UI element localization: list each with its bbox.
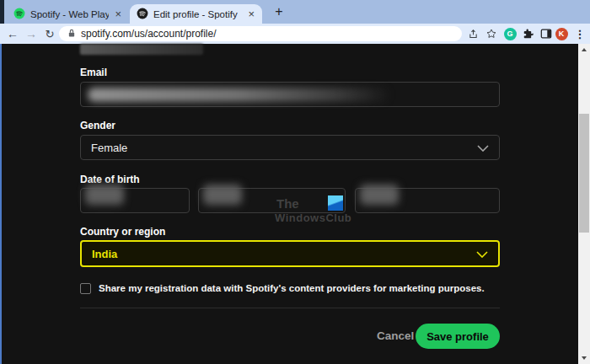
window-left-edge (0, 44, 2, 364)
extensions-puzzle-icon[interactable] (520, 24, 537, 44)
url-text[interactable]: spotify.com/us/account/profile/ (81, 28, 217, 40)
tab-title: Edit profile - Spotify (153, 9, 242, 19)
gender-dropdown[interactable]: Female (80, 135, 500, 160)
dob-year-field[interactable] (355, 188, 500, 213)
spotify-favicon-dark-icon (137, 8, 148, 21)
cancel-button[interactable]: Cancel (372, 329, 419, 343)
tab-title: Spotify - Web Player: Music for e (30, 9, 109, 19)
address-bar[interactable]: spotify.com/us/account/profile/ (59, 26, 462, 41)
forward-icon[interactable]: → (24, 24, 39, 44)
gender-label: Gender (80, 120, 115, 131)
grammarly-letter: G (504, 28, 517, 40)
tab-edit-profile[interactable]: Edit profile - Spotify × (130, 4, 262, 24)
redacted-dob-value (360, 185, 399, 205)
reload-icon[interactable]: ↻ (42, 24, 57, 44)
browser-toolbar: ← → ↻ spotify.com/us/account/profile/ G … (0, 24, 590, 44)
watermark-text: WindowsClub (275, 211, 351, 224)
redacted-dob-value (203, 185, 242, 205)
browser-window: Spotify - Web Player: Music for e × Edit… (0, 0, 590, 364)
page-scrollbar[interactable] (578, 44, 590, 364)
window-corner (0, 0, 4, 24)
tab-strip: Spotify - Web Player: Music for e × Edit… (0, 0, 590, 24)
side-panel-icon[interactable] (538, 24, 555, 44)
dob-label: Date of birth (80, 174, 140, 185)
menu-dots-icon[interactable]: ⋮ (571, 24, 588, 44)
edit-profile-page: Email Gender Female Date of birth The Wi… (0, 44, 590, 364)
redacted-email-value (88, 88, 391, 102)
share-icon[interactable] (464, 24, 481, 44)
marketing-consent-checkbox[interactable] (80, 283, 91, 294)
country-dropdown[interactable]: India (80, 240, 500, 267)
save-profile-button[interactable]: Save profile (416, 324, 500, 349)
scrollbar-thumb[interactable] (579, 114, 589, 233)
chevron-down-icon (477, 140, 489, 155)
back-icon[interactable]: ← (5, 24, 20, 44)
grammarly-extension-icon[interactable]: G (502, 24, 518, 44)
dob-day-field[interactable] (80, 188, 190, 213)
profile-avatar[interactable]: K (553, 24, 570, 44)
country-selected-value: India (92, 248, 117, 260)
redacted-username-text (80, 44, 203, 55)
lock-icon (67, 26, 76, 41)
chevron-down-icon (476, 246, 488, 261)
new-tab-icon[interactable]: + (270, 3, 288, 21)
dob-month-field[interactable] (198, 188, 346, 213)
redacted-dob-value (85, 185, 124, 205)
email-field[interactable] (80, 82, 500, 107)
scroll-down-icon[interactable] (582, 356, 587, 360)
gender-selected-value: Female (91, 142, 127, 154)
marketing-consent-row: Share my registration data with Spotify'… (80, 283, 485, 294)
marketing-consent-label: Share my registration data with Spotify'… (99, 283, 485, 293)
close-icon[interactable]: × (114, 8, 122, 19)
windowsclub-logo-icon (328, 195, 343, 211)
email-label: Email (80, 67, 107, 78)
tab-spotify-web-player[interactable]: Spotify - Web Player: Music for e × (7, 4, 129, 24)
form-divider (80, 308, 500, 308)
close-icon[interactable]: × (247, 8, 255, 19)
bookmark-star-icon[interactable] (483, 24, 500, 44)
scroll-up-icon[interactable] (582, 48, 587, 51)
spotify-favicon-green-icon (13, 8, 25, 21)
avatar-letter: K (555, 28, 568, 40)
watermark-text: The (276, 196, 299, 211)
country-label: Country or region (80, 226, 165, 238)
